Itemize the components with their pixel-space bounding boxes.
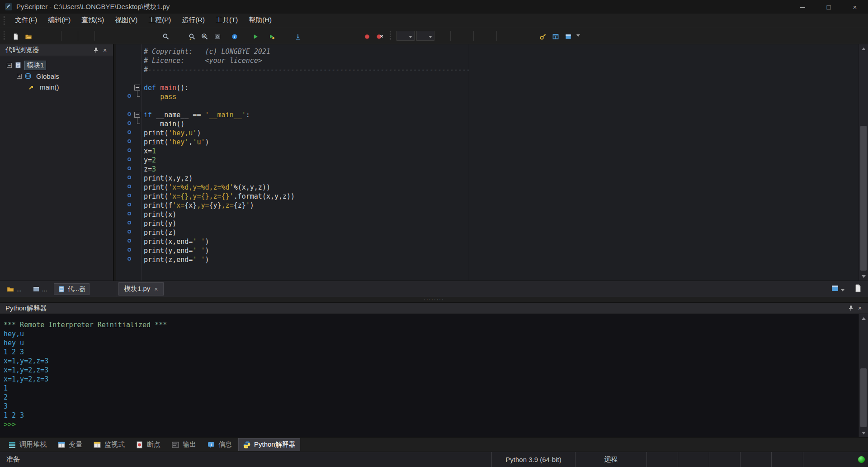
menu-item-e[interactable]: 编辑(E) [42,14,76,27]
code-line[interactable]: #---------------------------------------… [116,65,859,74]
run-config-combo[interactable] [396,31,415,41]
editor-tab-module1[interactable]: 模块1.py × [118,282,164,295]
close-panel-icon[interactable]: × [855,304,864,313]
menu-item-s[interactable]: 查找(S) [76,14,109,27]
code-line[interactable]: print(x) [116,210,859,219]
minimize-button[interactable]: ─ [789,0,816,14]
code-line[interactable] [116,74,859,83]
pin-icon[interactable] [846,304,855,313]
breakpoint-marker-icon[interactable] [127,176,131,179]
breakpoint-marker-icon[interactable] [127,185,131,188]
code-line[interactable]: print(z) [116,228,859,237]
tools-button[interactable] [537,29,549,42]
code-line[interactable]: print('hey,u') [116,129,859,138]
scroll-down-icon[interactable] [859,429,868,437]
editor-panel[interactable]: # Copyright: (c) LONGBYE 2021# Licence: … [116,44,868,281]
scroll-down-icon[interactable] [859,272,868,281]
menu-item-t[interactable]: 工具(T) [210,14,243,27]
maximize-button[interactable]: □ [816,0,842,14]
menu-item-r[interactable]: 运行(R) [176,14,210,27]
code-line[interactable]: print(y,end=' ') [116,246,859,255]
engine-combo[interactable] [416,31,434,41]
step-down-button[interactable] [292,29,304,42]
breakpoint-marker-icon[interactable] [127,212,131,215]
code-line[interactable]: y=2 [116,156,859,165]
tree-item-1[interactable]: −模块1 [0,60,113,71]
breakpoint-marker-icon[interactable] [127,230,131,234]
expand-icon[interactable]: + [17,74,22,79]
breakpoint-marker-icon[interactable] [127,94,131,98]
breakpoint-marker-icon[interactable] [127,130,131,134]
breakpoint-marker-icon[interactable] [127,221,131,224]
search-in-files-button[interactable]: A [198,29,211,42]
pin-icon[interactable] [91,46,100,55]
code-line[interactable]: x=1 [116,147,859,156]
code-line[interactable]: print(z,end=' ') [116,255,859,264]
scrollbar-thumb[interactable] [860,126,867,271]
close-panel-icon[interactable]: × [100,46,109,55]
code-line[interactable]: print(x,end=' ') [116,237,859,246]
breakpoint-marker-icon[interactable] [127,112,131,116]
tree-item-globals[interactable]: +Globals [0,71,113,81]
scroll-up-icon[interactable] [859,44,868,53]
breakpoint-marker-icon[interactable] [127,167,131,170]
menu-item-p[interactable]: 工程(P) [143,14,176,27]
new-file-button[interactable] [9,29,22,42]
fold-collapse-icon[interactable] [134,85,140,91]
dock-tab-output[interactable]: 输出 [167,438,201,451]
search-next-button[interactable] [186,29,198,42]
breakpoint-marker-icon[interactable] [127,157,131,161]
run-button[interactable] [249,29,262,42]
code-line[interactable]: print(x,y,z) [116,174,859,183]
code-line[interactable]: print(y) [116,219,859,228]
code-line[interactable]: print(f'x={x},y={y},z={z}') [116,201,859,210]
breakpoint-marker-icon[interactable] [127,257,131,261]
dock-tab-explorer[interactable]: 代...器 [54,283,90,295]
close-button[interactable]: × [842,0,868,14]
info-button[interactable]: i [228,29,241,42]
open-folder-button[interactable] [22,29,35,42]
search-button[interactable] [160,29,172,42]
code-line[interactable]: # Licence: <your licence> [116,56,859,65]
dock-tab-variables[interactable]: 变量 [53,438,87,451]
breakpoint-marker-icon[interactable] [127,203,131,206]
layouts-button[interactable] [549,29,562,42]
scroll-up-icon[interactable] [859,314,868,323]
breakpoint-marker-icon[interactable] [127,148,131,152]
menu-item-f[interactable]: 文件(F) [9,14,42,27]
menu-item-h[interactable]: 帮助(H) [243,14,277,27]
breakpoint-marker-icon[interactable] [127,121,131,125]
code-line[interactable]: # Copyright: (c) LONGBYE 2021 [116,47,859,56]
tree-item-main[interactable]: main() [0,81,113,92]
code-line[interactable]: print('x={},y={},z={}'.format(x,y,z)) [116,192,859,201]
debug-button[interactable] [265,29,278,42]
code-line[interactable]: print('hey','u') [116,138,859,147]
breakpoint-marker-icon[interactable] [127,248,131,252]
editor-scrollbar[interactable] [859,44,868,281]
code-line[interactable]: main() [116,119,859,129]
breakpoint-marker-icon[interactable] [127,194,131,197]
code-line[interactable] [116,101,859,110]
windows-button[interactable] [562,29,575,42]
collapse-icon[interactable]: − [7,63,12,68]
dropdown-caret-button[interactable] [575,29,582,42]
breakpoint-marker-icon[interactable] [127,139,131,143]
dock-tab-python[interactable]: Python解释器 [238,438,300,451]
code-line[interactable]: if __name__ == '__main__': [116,110,859,119]
dock-tab-project[interactable]: ... [28,284,52,295]
interpreter-scrollbar[interactable] [859,314,868,437]
scrollbar-thumb[interactable] [860,368,867,427]
dock-tab-messages[interactable]: i信息 [203,438,236,451]
interpreter-panel[interactable]: *** Remote Interpreter Reinitialized ***… [0,314,868,437]
code-line[interactable]: z=3 [116,165,859,174]
breakpoint-marker-icon[interactable] [127,239,131,243]
breakpoint-clear-button[interactable] [373,29,386,42]
editor-list-button[interactable] [830,284,844,294]
code-line[interactable]: print('x=%d,y=%d,z=%d'%(x,y,z)) [116,183,859,192]
screenshot-button[interactable] [211,29,224,42]
code-line[interactable]: pass [116,92,859,101]
tab-close-icon[interactable]: × [154,286,158,293]
new-editor-button[interactable] [854,284,863,294]
breakpoint-button[interactable] [361,29,373,42]
fold-collapse-icon[interactable] [134,112,140,118]
